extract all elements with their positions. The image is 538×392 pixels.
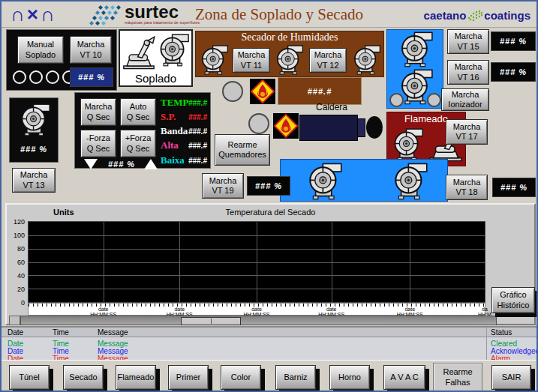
chart-title: Temperatura del Secado: [7, 208, 534, 217]
nav-color-button[interactable]: Color: [221, 365, 261, 390]
caetano-wordmark: caetano: [424, 9, 467, 22]
trend-chart-panel: Units Temperatura del Secado 120 100 80 …: [5, 203, 536, 325]
secador-title: Secador de Humidades: [196, 31, 383, 43]
nav-rearme-falhas-button[interactable]: Rearme Falhas: [433, 363, 482, 392]
param-value-banda: ###.#: [182, 127, 207, 136]
fan-icon: [273, 44, 305, 76]
lamp-icon: [13, 70, 26, 84]
param-label-alta: Alta: [161, 140, 179, 150]
nav-primer-button[interactable]: Primer: [168, 365, 209, 390]
fan-icon: [305, 162, 344, 201]
y-tick: 100: [7, 232, 25, 239]
marcha-vt12-button[interactable]: Marcha VT 12: [309, 48, 347, 73]
nav-secado-button[interactable]: Secado: [63, 365, 104, 390]
surtec-logo: surtec máquinas para tratamento de super…: [125, 4, 200, 25]
soplado-label: Soplado: [120, 72, 191, 85]
marcha-vt19-button[interactable]: Marcha VT 19: [202, 173, 244, 199]
param-value-baixa: ###.#: [182, 157, 207, 165]
robot-icon: [122, 34, 156, 70]
secador-temp-display: ###.#: [278, 77, 362, 105]
grafico-historico-button[interactable]: Gráfico Histórico: [491, 287, 535, 313]
status-column-divider: [486, 328, 487, 361]
secador-panel: Secador de Humidades Marcha VT 11 Marcha…: [195, 31, 384, 77]
nav-horno-button[interactable]: Horno: [329, 365, 370, 390]
marcha-ionizador-button[interactable]: Marcha Ionizador: [441, 88, 489, 111]
chart-x-axis: date HH:MM:SS date HH:MM:SS date HH:MM:S…: [28, 303, 485, 316]
param-value-temp: ###.#: [182, 99, 207, 107]
nav-bar: Túnel Secado Flameado Primer Color Barni…: [2, 360, 538, 392]
increase-arrow-icon[interactable]: [144, 159, 158, 169]
fan-icon: [17, 103, 52, 137]
marcha-vt11-button[interactable]: Marcha VT 11: [233, 48, 270, 73]
forza-plus-qsec-button[interactable]: +Forza Q Sec: [120, 130, 156, 157]
soplado-station-panel: Soplado: [119, 29, 193, 87]
qsec-panel: Marcha Q Sec Auto Q Sec -Forza Q Sec +Fo…: [74, 92, 211, 169]
marcha-vt15-button[interactable]: Marcha VT 15: [447, 29, 489, 54]
nav-avac-button[interactable]: A V A C: [383, 365, 425, 390]
chart-scrollbar[interactable]: [9, 316, 497, 325]
alarm-list: Date Time Message Status Date Time Messa…: [2, 326, 538, 360]
fan-icon: [350, 44, 382, 76]
surtec-wordmark: surtec: [125, 4, 200, 20]
vt13-percent-display: ### %: [10, 145, 58, 154]
fan-icon: [390, 127, 425, 162]
vt18-percent-display: ### %: [492, 178, 536, 197]
lamp-icon: [29, 70, 43, 84]
marcha-vt10-button[interactable]: Marcha VT 10: [70, 36, 112, 64]
vt15-percent-display: ### %: [491, 31, 536, 51]
alarm-col-date: Date: [8, 328, 23, 337]
manual-soplado-button[interactable]: Manual Soplado: [17, 36, 64, 64]
vt19-percent-display: ### %: [247, 176, 290, 196]
y-tick: 20: [7, 286, 25, 293]
rearme-quemadores-button[interactable]: Rearme Quemadores: [215, 134, 270, 166]
lamp-icon: [46, 70, 59, 84]
secador-lamp: [222, 81, 243, 102]
fan-icon: [390, 162, 429, 201]
decrease-arrow-icon[interactable]: [84, 159, 98, 169]
scrollbar-left-button[interactable]: [9, 316, 20, 325]
scrollbar-thumb[interactable]: [181, 317, 241, 325]
alarm-col-time: Time: [53, 328, 69, 337]
y-tick: 40: [7, 272, 25, 280]
lamp-icon: [389, 93, 404, 107]
soplado-control-panel: Manual Soplado Marcha VT 10 ### %: [6, 29, 117, 91]
qsec-percent-display: ### %: [102, 160, 141, 169]
marcha-vt17-button[interactable]: Marcha VT 17: [446, 119, 488, 145]
scrollbar-track[interactable]: [20, 316, 497, 325]
auto-qsec-button[interactable]: Auto Q Sec: [120, 98, 156, 126]
param-value-alta: ###.#: [182, 142, 207, 150]
marcha-vt13-button[interactable]: Marcha VT 13: [12, 168, 56, 193]
marcha-vt16-button[interactable]: Marcha VT 16: [447, 60, 489, 85]
y-tick: 0: [7, 299, 25, 307]
caldera-neck: [357, 118, 365, 137]
coatings-leaf-icon: [467, 8, 482, 22]
caldera-label: Caldera: [298, 102, 365, 112]
y-tick: 80: [7, 245, 25, 253]
alarm-col-message: Message: [98, 328, 128, 337]
vt13-fan-panel: ### %: [9, 97, 59, 163]
lower-blue-panel: [280, 159, 448, 202]
hmi-window: ∩×∩ surtec máquinas para tratamento de s…: [0, 0, 538, 392]
caetano-coatings-logo: caetano coatings: [424, 8, 530, 22]
y-tick: 120: [7, 218, 25, 226]
forza-minus-qsec-button[interactable]: -Forza Q Sec: [80, 130, 116, 157]
y-tick: 60: [7, 259, 25, 266]
marcha-vt18-button[interactable]: Marcha VT 18: [446, 175, 488, 200]
surtec-logo-icon: [87, 4, 123, 25]
nav-sair-button[interactable]: SAIR: [491, 365, 531, 390]
fan-icon: [156, 33, 191, 67]
nxn-logo: ∩×∩: [11, 4, 57, 24]
extraction-blue-panel: [386, 29, 443, 109]
marcha-qsec-button[interactable]: Marcha Q Sec: [80, 98, 116, 126]
header: ∩×∩ surtec máquinas para tratamento de s…: [2, 1, 536, 28]
nav-tunel-button[interactable]: Túnel: [9, 365, 50, 390]
fan-icon: [397, 31, 434, 68]
nav-flameado-button[interactable]: Flameado: [116, 365, 156, 390]
param-label-sp: S.P.: [161, 112, 176, 121]
vt16-percent-display: ### %: [491, 62, 536, 82]
param-value-sp: ###.#: [182, 113, 207, 121]
nav-barniz-button[interactable]: Barniz: [275, 365, 316, 390]
page-title: Zona de Soplado y Secado: [193, 5, 365, 24]
chart-plot-area: [28, 221, 485, 303]
coatings-wordmark: coatings: [484, 9, 530, 22]
